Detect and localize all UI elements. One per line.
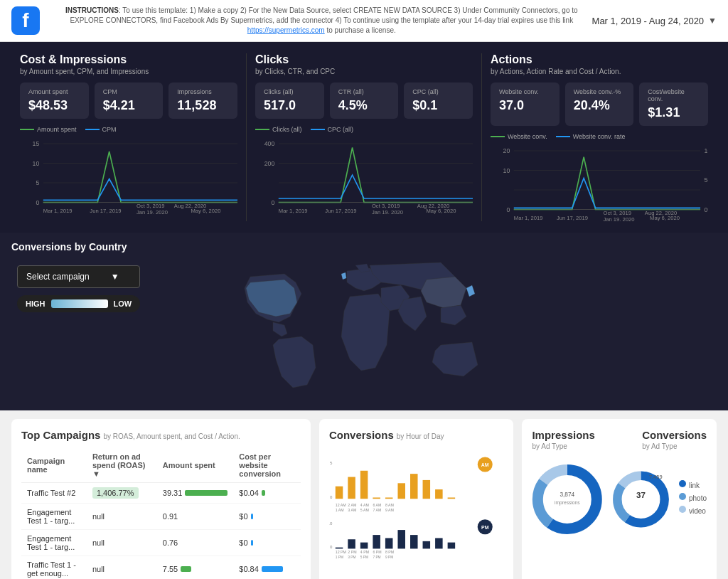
clicks-section: Clicks by Clicks, CTR, and CPC Clicks (a…	[247, 53, 482, 221]
instructions-text: INSTRUCTIONS: To use this template: 1) M…	[51, 6, 592, 36]
cpm-card: CPM $4.21	[95, 83, 164, 119]
svg-text:50%: 50%	[705, 176, 708, 184]
svg-text:5 AM: 5 AM	[360, 508, 369, 512]
actions-cards: Website conv. 37.0 Website conv.-% 20.4%…	[491, 83, 708, 126]
svg-text:4 AM: 4 AM	[360, 503, 369, 507]
svg-text:Jun 17, 2019: Jun 17, 2019	[90, 208, 121, 214]
svg-text:7 PM: 7 PM	[373, 556, 380, 559]
svg-text:1 PM: 1 PM	[336, 556, 343, 559]
svg-rect-80	[336, 548, 343, 549]
svg-text:0: 0	[506, 206, 510, 213]
conversions-by-adtype-title: Conversions	[642, 429, 707, 441]
ctr-card: CTR (all) 4.5%	[330, 83, 399, 119]
metrics-row: Cost & Impressions by Amount spent, CPM,…	[0, 42, 728, 233]
actions-chart: 20 10 0 100% 50% 0% Mar 1, 2019 Jun 17, …	[491, 143, 708, 221]
actions-section: Actions by Actions, Action Rate and Cost…	[482, 53, 717, 221]
svg-rect-84	[385, 538, 393, 548]
col-campaign-name: Campaign name	[21, 448, 87, 483]
svg-text:15: 15	[33, 140, 40, 147]
campaigns-table: Campaign name Return on ad spend (ROAS) …	[21, 448, 301, 579]
svg-text:20: 20	[503, 147, 510, 154]
col-amount-spent: Amount spent	[157, 448, 234, 483]
svg-text:6 PM: 6 PM	[373, 550, 381, 554]
svg-text:2 AM: 2 AM	[348, 503, 356, 507]
svg-text:Aug 22, 2020: Aug 22, 2020	[174, 203, 206, 209]
cost-legend: Amount spent CPM	[20, 126, 237, 133]
svg-rect-82	[360, 543, 368, 549]
svg-text:Oct 3, 2019: Oct 3, 2019	[136, 203, 164, 209]
cost-impressions-subtitle: by Amount spent, CPM, and Impressions	[20, 68, 237, 75]
svg-text:Aug 22, 2020: Aug 22, 2020	[417, 203, 449, 209]
svg-rect-60	[385, 497, 393, 499]
svg-text:1 AM: 1 AM	[336, 508, 344, 512]
website-conv-pct-card: Website conv.-% 20.4%	[565, 83, 634, 126]
svg-rect-87	[422, 541, 430, 549]
impressions-by-adtype-subtitle: by Ad Type	[532, 442, 567, 450]
svg-text:5: 5	[36, 179, 39, 186]
date-range[interactable]: Mar 1, 2019 - Aug 24, 2020 ▼	[592, 16, 717, 26]
svg-rect-85	[397, 530, 405, 548]
svg-text:0: 0	[330, 494, 333, 499]
bottom-row: Top Campaigns by ROAS, Amount spent, and…	[0, 410, 728, 579]
map-container: Select campaign ▼ HIGH LOW	[11, 260, 717, 402]
cpc-card: CPC (all) $0.1	[404, 83, 473, 119]
svg-text:3 PM: 3 PM	[348, 556, 355, 559]
conversions-by-adtype-subtitle: by Ad Type	[642, 442, 677, 450]
cost-impressions-title: Cost & Impressions	[20, 53, 237, 66]
table-row: Traffic Test #2 1,406.77% 39.31 $0.04	[21, 483, 301, 504]
svg-text:8 AM: 8 AM	[385, 503, 394, 507]
campaign-select-dropdown[interactable]: Select campaign ▼	[17, 265, 140, 288]
svg-text:8 PM: 8 PM	[385, 550, 394, 554]
svg-text:2 PM: 2 PM	[348, 550, 356, 554]
svg-text:AM: AM	[481, 463, 489, 468]
website-conv-card: Website conv. 37.0	[491, 83, 560, 126]
col-roas: Return on ad spend (ROAS) ▼	[87, 448, 157, 483]
svg-text:10: 10	[503, 167, 510, 174]
svg-text:PM: PM	[481, 525, 489, 530]
supermetrics-link[interactable]: https://supermetrics.com	[247, 26, 325, 34]
svg-text:5: 5	[330, 460, 333, 465]
svg-text:Mar 1, 2019: Mar 1, 2019	[43, 208, 73, 214]
cost-website-conv-card: Cost/website conv. $1.31	[639, 83, 708, 126]
svg-rect-62	[410, 474, 418, 499]
hour-chart: AM 12 AM 2 AM 4 AM 6 AM 8 AM 1 AM	[329, 448, 504, 562]
svg-rect-64	[435, 489, 443, 499]
hour-panel: Conversions by Hour of Day AM 12	[319, 419, 514, 579]
clicks-legend: Clicks (all) CPC (all)	[255, 126, 473, 133]
svg-rect-88	[435, 538, 443, 548]
campaigns-panel: Top Campaigns by ROAS, Amount spent, and…	[11, 419, 311, 579]
svg-text:100%: 100%	[705, 147, 708, 154]
svg-text:0: 0	[271, 199, 274, 206]
svg-text:0%: 0%	[705, 206, 708, 213]
facebook-logo: f	[11, 6, 40, 35]
svg-text:4 PM: 4 PM	[360, 550, 369, 554]
svg-rect-83	[373, 535, 380, 548]
svg-text:6 AM: 6 AM	[373, 503, 381, 507]
svg-text:400: 400	[264, 140, 275, 147]
cost-impressions-chart: 15 10 5 0 100 50 0 Mar 1, 2019 J	[20, 136, 237, 214]
map-title: Conversions by Country	[11, 241, 717, 253]
svg-rect-56	[336, 487, 343, 499]
svg-text:Mar 1, 2019: Mar 1, 2019	[514, 215, 543, 221]
map-section: Conversions by Country	[0, 233, 728, 410]
heatmap-gradient-bar	[51, 299, 108, 308]
impressions-donut: 3,874 impressions	[532, 457, 603, 542]
adtype-panel: Impressions by Ad Type Conversions by Ad…	[522, 419, 717, 579]
actions-title: Actions	[491, 53, 708, 66]
hour-panel-subtitle: by Hour of Day	[397, 432, 444, 440]
heatmap-legend: HIGH LOW	[17, 295, 140, 312]
table-row: Engagement Test 1 - targ... null 0.76 $0	[21, 530, 301, 556]
svg-text:10: 10	[33, 160, 40, 167]
cost-impressions-section: Cost & Impressions by Amount spent, CPM,…	[11, 53, 247, 221]
date-chevron-icon: ▼	[708, 16, 717, 26]
svg-rect-59	[373, 497, 380, 499]
clicks-cards: Clicks (all) 517.0 CTR (all) 4.5% CPC (a…	[255, 83, 473, 119]
hour-panel-title: Conversions	[329, 429, 394, 441]
svg-text:37: 37	[636, 490, 646, 499]
svg-rect-58	[360, 471, 368, 499]
dashboard: Cost & Impressions by Amount spent, CPM,…	[0, 42, 728, 410]
svg-text:200: 200	[264, 160, 275, 167]
donut-container: 3,874 impressions 37 7,459 link	[532, 457, 707, 542]
svg-text:9 PM: 9 PM	[385, 556, 393, 559]
col-cost-conversion: Cost per website conversion	[233, 448, 301, 483]
